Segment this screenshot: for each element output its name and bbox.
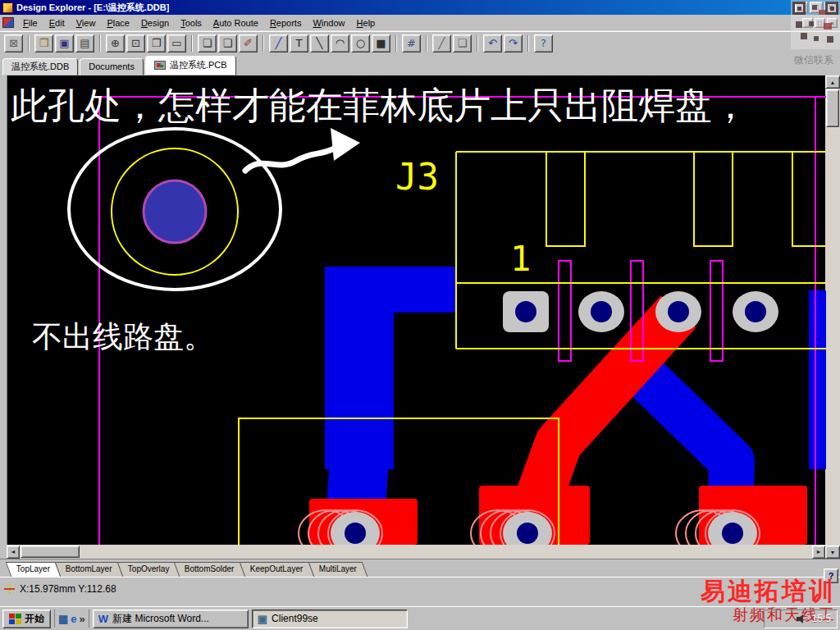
tab-ddb[interactable]: 温控系统.DDB [2,58,78,75]
fit-board-button[interactable]: ▭ [167,34,186,52]
scroll-up-icon[interactable]: ▲ [825,75,840,89]
vertical-scroll-thumb[interactable] [826,89,839,127]
show-desktop-icon[interactable]: ▦ [58,614,68,624]
windows-logo-icon [9,614,21,624]
zoom-page-button[interactable]: ❐ [147,34,166,52]
brush-button[interactable]: ✐ [239,34,258,52]
toolbar-separator [426,35,427,52]
task-label: Client99se [272,613,318,624]
toolbar-separator [28,35,30,52]
scroll-left-icon[interactable]: ◄ [7,546,20,559]
tab-documents[interactable]: Documents [80,58,144,75]
zoom-area-icon: ⊡ [131,38,140,48]
save-button[interactable]: ▣ [55,34,74,52]
pcb-editor-canvas[interactable]: J3 1 此孔处，怎样才能在菲林底片上只出阻焊盘， 不出线路盘。 [7,75,825,545]
taskbar-task-1[interactable]: W新建 Microsoft Word... [93,609,249,628]
paste-button[interactable]: ❑ [218,34,237,52]
layer-tab-label: MultiLayer [318,564,356,573]
designator-label: J3 [395,156,439,198]
layer-tab-label: BottomSolder [185,564,235,573]
fit-board-icon: ▭ [171,38,181,48]
layer-tab-multilayer[interactable]: MultiLayer [308,562,368,577]
grid-button[interactable]: # [402,34,421,52]
measure-button[interactable]: ╱ [432,34,451,52]
filled-rect-icon: ■ [376,38,386,48]
grid-icon: # [407,38,416,48]
open-folder-icon: ❐ [39,38,49,48]
quick-launch: ▦e» [54,609,89,628]
circle-button[interactable]: ○ [351,34,370,52]
vertical-scrollbar[interactable]: ▲ ▼ [825,75,840,559]
menu-reports[interactable]: Reports [264,16,308,30]
layer-tab-label: BottomLayer [66,564,112,573]
undo-icon: ↶ [488,38,497,48]
undo-button[interactable]: ↶ [483,34,502,52]
app-icon [2,2,13,13]
document-icon [2,17,14,28]
scroll-down-icon[interactable]: ▼ [825,546,840,559]
title-bar: Design Explorer - [E:\温控系统.DDB] _ □ × [0,0,840,15]
system-tray: 15:5 [764,609,838,628]
zoom-area-button[interactable]: ⊡ [126,34,145,52]
text-button[interactable]: T [290,34,308,52]
menu-tools[interactable]: Tools [175,16,208,30]
help-icon: ? [541,38,546,48]
text-icon: T [296,38,303,48]
menu-window[interactable]: Window [307,16,350,30]
layer-tab-keepoutlayer[interactable]: KeepOutLayer [240,562,314,577]
paste-icon: ❑ [223,38,233,48]
task-label: 新建 Microsoft Word... [112,612,209,626]
document-tabs: 温控系统.DDB Documents 温控系统.PCB [0,54,840,75]
layer-tab-toplayer[interactable]: TopLayer [6,562,62,577]
toolbar-separator [262,35,264,52]
zoom-in-button[interactable]: ⊕ [106,34,125,52]
menu-view[interactable]: View [71,16,102,30]
speaker-icon [797,614,806,623]
open-button[interactable]: ❐ [34,34,53,52]
chevron-icon[interactable]: » [80,614,85,624]
wire-icon: ╱ [276,38,282,48]
menu-auto-route[interactable]: Auto Route [208,16,264,30]
menu-place[interactable]: Place [101,16,135,30]
editor-left-margin [0,75,7,559]
menu-edit[interactable]: Edit [43,16,71,30]
copy-icon: ❏ [203,38,212,48]
horizontal-scroll-thumb[interactable] [21,546,80,558]
measure-icon: ╱ [439,38,445,48]
layer-tab-label: KeepOutLayer [250,564,304,573]
taskbar-task-2[interactable]: ▣Client99se [252,609,408,628]
annotation-arrow-icon [331,128,360,161]
line-button[interactable]: ╲ [310,34,329,52]
ie-icon[interactable]: e [71,614,76,624]
print-button[interactable]: ▤ [75,34,94,52]
design-manager-button[interactable]: ⊠ [4,34,23,52]
copy-button[interactable]: ❏ [198,34,217,52]
layer-tab-bottomlayer[interactable]: BottomLayer [55,562,123,577]
annotation-line1: 此孔处，怎样才能在菲林底片上只出阻焊盘， [11,85,749,126]
scroll-right-icon[interactable]: ► [812,546,825,559]
circle-icon: ○ [356,38,365,48]
design-explorer-window: Design Explorer - [E:\温控系统.DDB] _ □ × Fi… [0,0,840,630]
layer-tab-bottomsolder[interactable]: BottomSolder [174,562,245,577]
menu-file[interactable]: File [17,16,43,30]
help-button[interactable]: ? [534,34,553,52]
cursor-coordinates: X:15.978mm Y:112.68 [20,583,116,595]
zoom-page-icon: ❐ [152,38,162,48]
fill-button[interactable]: ■ [372,34,390,52]
layer-tab-topoverlay[interactable]: TopOverlay [117,562,180,577]
toolbar-separator [395,35,397,52]
menu-help[interactable]: Help [351,16,381,30]
redo-button[interactable]: ↷ [504,34,523,52]
report-button[interactable]: ❏ [453,34,472,52]
start-button[interactable]: 开始 [2,609,51,628]
bottom-pads [299,510,760,545]
task-icon: W [98,613,108,625]
annotation-line2: 不出线路盘。 [32,320,214,354]
horizontal-scrollbar[interactable]: ◄ ► [7,545,825,559]
tab-ddb-label: 温控系统.DDB [11,61,69,73]
menu-design[interactable]: Design [135,16,175,30]
wire-button[interactable]: ╱ [269,34,288,52]
menu-items: FileEditViewPlaceDesignToolsAuto RouteRe… [17,16,381,30]
tab-pcb[interactable]: 温控系统.PCB [145,56,236,75]
arc-button[interactable]: ◠ [331,34,349,52]
